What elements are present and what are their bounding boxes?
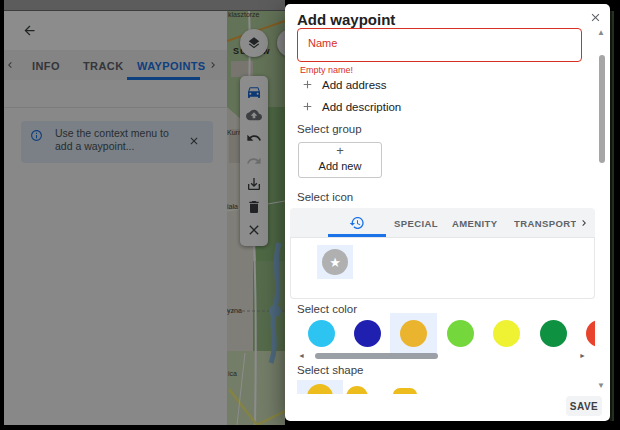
- add-description-plus-icon[interactable]: [301, 100, 314, 113]
- dialog-scroll-down-icon[interactable]: ▼: [597, 381, 605, 390]
- save-button[interactable]: SAVE: [566, 396, 602, 416]
- selected-icon-tile[interactable]: ★: [317, 245, 353, 279]
- color-swatch[interactable]: [493, 320, 520, 347]
- shape-option-circle[interactable]: [346, 386, 368, 394]
- dialog-scrollbar-thumb[interactable]: [599, 55, 605, 163]
- add-address-button[interactable]: Add address: [322, 79, 387, 91]
- icon-tabs-scroll-right-icon[interactable]: [578, 217, 590, 229]
- icon-picker-panel: ★: [290, 238, 595, 299]
- scroll-right-icon[interactable]: ►: [579, 352, 586, 360]
- icon-tab-transport[interactable]: TRANSPORT: [514, 218, 576, 229]
- icon-category-tabs: SPECIAL AMENITY TRANSPORT: [290, 208, 595, 238]
- color-swatch[interactable]: [308, 320, 335, 347]
- select-icon-label: Select icon: [297, 191, 353, 203]
- add-new-group-button[interactable]: + Add new: [298, 142, 382, 178]
- scroll-left-icon[interactable]: ◄: [298, 352, 305, 360]
- color-scrollbar[interactable]: ◄ ►: [290, 352, 595, 360]
- color-swatch[interactable]: [447, 320, 474, 347]
- add-new-plus-icon: +: [299, 143, 381, 159]
- select-group-label: Select group: [297, 123, 362, 135]
- select-shape-label: Select shape: [297, 364, 364, 376]
- add-waypoint-dialog: Add waypoint Name Empty name! Add addres…: [285, 4, 610, 421]
- dialog-title: Add waypoint: [297, 11, 395, 28]
- add-description-button[interactable]: Add description: [322, 101, 401, 113]
- color-row: [290, 312, 595, 355]
- recent-icons-tab-history-icon[interactable]: [349, 215, 365, 231]
- icon-tab-amenity[interactable]: AMENITY: [452, 218, 498, 229]
- color-scrollbar-thumb[interactable]: [315, 353, 438, 359]
- name-input-label: Name: [308, 37, 337, 49]
- color-swatch[interactable]: [354, 320, 381, 347]
- screen: INFO TRACK WAYPOINTS Use the context men…: [0, 0, 620, 430]
- shape-option-square[interactable]: [393, 388, 417, 394]
- add-address-plus-icon[interactable]: [301, 78, 314, 91]
- color-swatch[interactable]: [400, 320, 427, 347]
- name-error-text: Empty name!: [300, 65, 353, 75]
- icon-tab-special[interactable]: SPECIAL: [394, 218, 438, 229]
- icon-tab-underline: [328, 234, 386, 237]
- color-swatch[interactable]: [540, 320, 567, 347]
- add-new-label: Add new: [299, 159, 381, 173]
- color-swatch[interactable]: [586, 320, 595, 347]
- dialog-scroll-up-icon[interactable]: ▲: [597, 28, 605, 37]
- star-icon: ★: [322, 249, 348, 275]
- name-input[interactable]: Name: [297, 28, 582, 62]
- shape-row: [290, 377, 595, 394]
- dialog-close-icon[interactable]: [589, 11, 602, 24]
